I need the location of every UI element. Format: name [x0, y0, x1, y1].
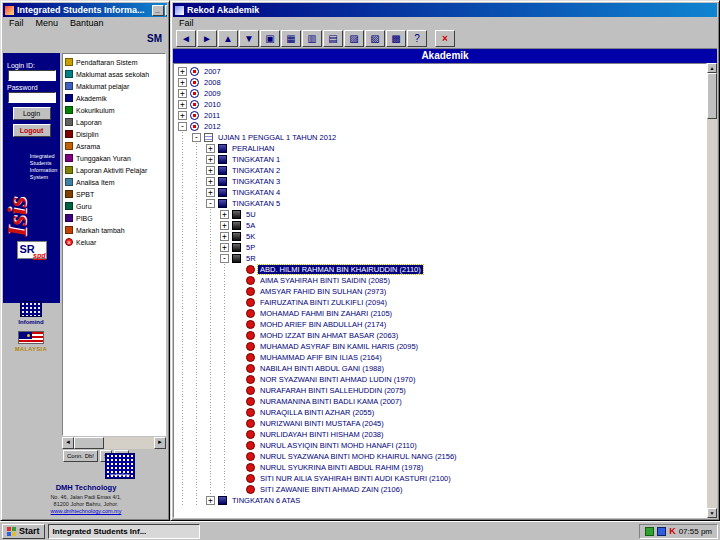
tree-expander-plus-icon[interactable]: +: [206, 166, 215, 175]
student-tree-node[interactable]: NURUL SYUKRINA BINTI ABDUL RAHIM (1978): [178, 462, 706, 473]
student-tree-node[interactable]: NURLIDAYAH BINTI HISHAM (2038): [178, 429, 706, 440]
vertical-scrollbar[interactable]: ▲ ▼: [707, 63, 717, 518]
tree-expander-plus-icon[interactable]: +: [178, 78, 187, 87]
module-markah-tambah[interactable]: Markah tambah: [65, 224, 165, 236]
form-tree-node[interactable]: +TINGKATAN 6 ATAS: [178, 495, 706, 506]
antivirus-tray-icon[interactable]: K: [669, 527, 676, 536]
student-tree-node[interactable]: NURAMANINA BINTI BADLI KAMA (2007): [178, 396, 706, 407]
form-tree-node[interactable]: +TINGKATAN 4: [178, 187, 706, 198]
class-tree-node[interactable]: +5A: [178, 220, 706, 231]
bottom-button-1[interactable]: Conn. Db!: [63, 450, 98, 462]
tree-expander-minus-icon[interactable]: -: [178, 122, 187, 131]
tree-expander-plus-icon[interactable]: +: [206, 496, 215, 505]
password-input[interactable]: [8, 92, 56, 103]
tree-expander-plus-icon[interactable]: +: [178, 89, 187, 98]
student-tree-node[interactable]: MUHAMAD ASYRAF BIN KAMIL HARIS (2095): [178, 341, 706, 352]
report-button[interactable]: ▩: [386, 30, 406, 47]
print-button[interactable]: ▣: [260, 30, 280, 47]
tree-expander-minus-icon[interactable]: -: [192, 133, 201, 142]
student-tree-node[interactable]: NABILAH BINTI ABDUL GANI (1988): [178, 363, 706, 374]
tree-expander-plus-icon[interactable]: +: [220, 221, 229, 230]
module-pibg[interactable]: PIBG: [65, 212, 165, 224]
left-window-titlebar[interactable]: Integrated Students Informa... _□×: [3, 3, 167, 17]
student-tree-node[interactable]: AIMA SYAHIRAH BINTI SAIDIN (2085): [178, 275, 706, 286]
student-tree-node[interactable]: NURUL ASYIQIN BINTI MOHD HANAFI (2110): [178, 440, 706, 451]
form-tree-node[interactable]: +TINGKATAN 1: [178, 154, 706, 165]
exam-tree-node[interactable]: -UJIAN 1 PENGGAL 1 TAHUN 2012: [178, 132, 706, 143]
right-window-titlebar[interactable]: Rekod Akademik: [173, 3, 717, 17]
menu-fail[interactable]: Fail: [9, 18, 24, 28]
module-kokurikulum[interactable]: Kokurikulum: [65, 104, 165, 116]
year-tree-node[interactable]: -2012: [178, 121, 706, 132]
move-up-button[interactable]: ▲: [218, 30, 238, 47]
prev-record-button[interactable]: ◄: [176, 30, 196, 47]
tree-expander-plus-icon[interactable]: +: [178, 67, 187, 76]
scheduler-tray-icon[interactable]: [645, 527, 654, 536]
module-analisa-item[interactable]: Analisa Item: [65, 176, 165, 188]
move-down-button[interactable]: ▼: [239, 30, 259, 47]
form-tree-node[interactable]: -TINGKATAN 5: [178, 198, 706, 209]
login-id-input[interactable]: [8, 70, 56, 81]
year-tree-node[interactable]: +2007: [178, 66, 706, 77]
scrollbar-thumb[interactable]: [74, 437, 104, 449]
year-tree-node[interactable]: +2008: [178, 77, 706, 88]
module-maklumat-pelajar[interactable]: Maklumat pelajar: [65, 80, 165, 92]
student-tree-node[interactable]: NURUL SYAZWANA BINTI MOHD KHAIRUL NANG (…: [178, 451, 706, 462]
taskbar-task-button[interactable]: Integrated Students Inf...: [48, 524, 200, 539]
login-button[interactable]: Login: [13, 107, 51, 120]
module-guru[interactable]: Guru: [65, 200, 165, 212]
form-tree-node[interactable]: +TINGKATAN 3: [178, 176, 706, 187]
year-tree-node[interactable]: +2009: [178, 88, 706, 99]
module-pendaftaran-sistem[interactable]: Pendaftaran Sistem: [65, 56, 165, 68]
bar-chart-button[interactable]: ▥: [302, 30, 322, 47]
student-tree-node[interactable]: NURAQILLA BINTI AZHAR (2055): [178, 407, 706, 418]
module-asrama[interactable]: Asrama: [65, 140, 165, 152]
module-tunggakan-yuran[interactable]: Tunggakan Yuran: [65, 152, 165, 164]
minimize-button[interactable]: _: [152, 5, 164, 16]
module-laporan-aktiviti-pelajar[interactable]: Laporan Aktiviti Pelajar: [65, 164, 165, 176]
student-tree-node[interactable]: NURAFARAH BINTI SALLEHUDDIN (2075): [178, 385, 706, 396]
table-button[interactable]: ▤: [323, 30, 343, 47]
scroll-right-arrow-icon[interactable]: ►: [154, 437, 166, 449]
vertical-scrollbar-thumb[interactable]: [707, 73, 717, 119]
student-tree-node[interactable]: NOR SYAZWANI BINTI AHMAD LUDIN (1970): [178, 374, 706, 385]
tree-expander-minus-icon[interactable]: -: [206, 199, 215, 208]
help-button[interactable]: ?: [407, 30, 427, 47]
module-keluar[interactable]: ×Keluar: [65, 236, 165, 248]
student-tree-node[interactable]: MOHAMAD FAHMI BIN ZAHARI (2105): [178, 308, 706, 319]
tree-expander-plus-icon[interactable]: +: [206, 177, 215, 186]
form-tree-node[interactable]: +PERALIHAN: [178, 143, 706, 154]
scrollbar-track[interactable]: [104, 437, 154, 449]
tree-expander-plus-icon[interactable]: +: [220, 210, 229, 219]
module-laporan[interactable]: Laporan: [65, 116, 165, 128]
scroll-up-arrow-icon[interactable]: ▲: [707, 63, 717, 73]
tree-expander-plus-icon[interactable]: +: [178, 111, 187, 120]
scroll-left-arrow-icon[interactable]: ◄: [62, 437, 74, 449]
module-maklumat-asas-sekolah[interactable]: Maklumat asas sekolah: [65, 68, 165, 80]
module-spbt[interactable]: SPBT: [65, 188, 165, 200]
class-tree-node[interactable]: +5U: [178, 209, 706, 220]
list-button[interactable]: ▧: [365, 30, 385, 47]
class-tree-node[interactable]: +5K: [178, 231, 706, 242]
vertical-scrollbar-track[interactable]: [707, 119, 717, 508]
footer-website-link[interactable]: www.dmhtechnology.com.my: [1, 508, 171, 514]
tree-expander-plus-icon[interactable]: +: [178, 100, 187, 109]
student-tree-node[interactable]: ABD. HILMI RAHMAN BIN KHAIRUDDIN (2110): [178, 264, 706, 275]
network-tray-icon[interactable]: [657, 527, 666, 536]
module-akademik[interactable]: Akademik: [65, 92, 165, 104]
grid-button[interactable]: ▨: [344, 30, 364, 47]
menu-bantuan[interactable]: Bantuan: [70, 18, 104, 28]
chart-button[interactable]: ▦: [281, 30, 301, 47]
year-tree-node[interactable]: +2011: [178, 110, 706, 121]
student-tree-node[interactable]: MOHD IZZAT BIN AHMAT BASAR (2063): [178, 330, 706, 341]
student-tree-node[interactable]: MUHAMMAD AFIF BIN ILIAS (2164): [178, 352, 706, 363]
year-tree-node[interactable]: +2010: [178, 99, 706, 110]
menu-menu[interactable]: Menu: [36, 18, 59, 28]
class-tree-node[interactable]: -5R: [178, 253, 706, 264]
close-record-button[interactable]: ×: [435, 30, 455, 47]
tree-expander-plus-icon[interactable]: +: [220, 232, 229, 241]
student-tree-node[interactable]: SITI NUR AILIA SYAHIRAH BINTI AUDI KASTU…: [178, 473, 706, 484]
tree-expander-plus-icon[interactable]: +: [206, 188, 215, 197]
tree-expander-minus-icon[interactable]: -: [220, 254, 229, 263]
form-tree-node[interactable]: +TINGKATAN 2: [178, 165, 706, 176]
